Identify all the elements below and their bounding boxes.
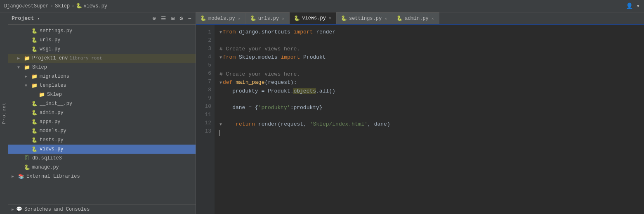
scratches-and-consoles[interactable]: ▶ 💬 Scratches and Consoles — [8, 204, 196, 214]
sidebar-item-tests-py[interactable]: 🐍 tests.py — [8, 136, 196, 145]
scratches-label: Scratches and Consoles — [24, 207, 90, 212]
title-bar: DjangoJestSuper › Sklep › 🐍views.py 👤 ▾ — [0, 0, 644, 12]
tree-label: __init__.py — [40, 101, 72, 107]
tab-models-py[interactable]: 🐍 models.py ✕ — [196, 12, 246, 24]
file-db-icon: 🗄 — [23, 155, 31, 162]
tab-admin-py[interactable]: 🐍 admin.py ✕ — [392, 12, 439, 24]
sidebar-title-arrow: ▾ — [38, 16, 40, 21]
folder-icon: 📁 — [23, 64, 31, 71]
tab-urls-py[interactable]: 🐍 urls.py ✕ — [246, 12, 290, 24]
sidebar-item-views-py[interactable]: 🐍 views.py — [8, 145, 196, 154]
sidebar-title: Project — [12, 15, 34, 21]
breadcrumb: DjangoJestSuper › Sklep › 🐍views.py — [4, 3, 107, 9]
tab-label: views.py — [302, 15, 326, 21]
sidebar-item-db-sqlite3[interactable]: 🗄 db.sqlite3 — [8, 154, 196, 163]
sidebar-toolbar: ⊕ ☰ ⊞ ⚙ − — [151, 14, 192, 23]
tree-arrow-collapse: ▼ — [25, 83, 31, 88]
tab-label: admin.py — [405, 16, 429, 21]
sidebar-item-migrations[interactable]: ▶ 📁 migrations — [8, 72, 196, 81]
sidebar-item-external-libs[interactable]: ▶ 📚 External Libraries — [8, 172, 196, 181]
sidebar-header: Project ▾ ⊕ ☰ ⊞ ⚙ − — [8, 12, 196, 25]
tab-file-icon: 🐍 — [294, 15, 300, 21]
title-bar-right: 👤 ▾ — [626, 2, 640, 10]
sidebar-close-btn[interactable]: − — [187, 14, 192, 23]
code-editor[interactable]: 1 2 3 4 5 6 7 8 9 10 11 12 13 ▼from djan… — [196, 25, 644, 214]
tree-label: tests.py — [40, 137, 64, 143]
tree-label: apps.py — [40, 119, 60, 125]
tree-label: Sklep — [32, 64, 47, 70]
tab-close-views[interactable]: ✕ — [328, 15, 332, 21]
project-edge-label: Project — [2, 102, 7, 124]
sidebar-item-sklep-sub[interactable]: 📁 Sklep — [8, 90, 196, 99]
tab-file-icon: 🐍 — [250, 15, 256, 21]
breadcrumb-sklep: Sklep — [55, 3, 70, 9]
user-menu-button[interactable]: 👤 ▾ — [626, 3, 640, 10]
sidebar-item-admin-py[interactable]: 🐍 admin.py — [8, 108, 196, 117]
code-content[interactable]: ▼from django.shortcuts import render # C… — [215, 25, 644, 214]
sidebar-item-init-py[interactable]: 🐍 __init__.py — [8, 99, 196, 108]
library-root-label: library root — [69, 56, 102, 61]
scratches-arrow: ▶ — [12, 207, 14, 212]
sidebar-item-models-py-tree[interactable]: 🐍 models.py — [8, 126, 196, 136]
tab-settings-py[interactable]: 🐍 settings.py ✕ — [337, 12, 392, 24]
file-py-icon: 🐍 — [31, 136, 38, 144]
tree-label: migrations — [40, 74, 69, 79]
folder-icon: 📁 — [31, 82, 38, 89]
file-py-icon: 🐍 — [31, 45, 38, 53]
tab-close-admin[interactable]: ✕ — [431, 16, 435, 21]
sidebar-layout-btn[interactable]: ⊞ — [170, 14, 175, 23]
tree-label: views.py — [40, 146, 64, 152]
main-area: Project Project ▾ ⊕ ☰ ⊞ ⚙ − 🐍 settings.p… — [0, 12, 644, 214]
tab-file-icon: 🐍 — [200, 15, 206, 21]
tabs-bar: 🐍 models.py ✕ 🐍 urls.py ✕ 🐍 views.py ✕ 🐍… — [196, 12, 644, 25]
sidebar-item-settings-py[interactable]: 🐍 settings.py — [8, 26, 196, 36]
tab-close-models[interactable]: ✕ — [237, 16, 241, 21]
editor-area: 🐍 models.py ✕ 🐍 urls.py ✕ 🐍 views.py ✕ 🐍… — [196, 12, 644, 214]
tab-views-py[interactable]: 🐍 views.py ✕ — [290, 12, 337, 24]
tree-label: admin.py — [40, 110, 64, 116]
sidebar-item-templates[interactable]: ▼ 📁 templates — [8, 81, 196, 90]
tree-label: models.py — [40, 128, 66, 134]
tab-close-urls[interactable]: ✕ — [281, 16, 285, 21]
file-py-icon: 🐍 — [31, 27, 38, 35]
tree-label: wsgi.py — [40, 46, 60, 52]
tree-label: manage.py — [32, 164, 59, 170]
breadcrumb-sep1: › — [50, 3, 53, 9]
tab-label: models.py — [208, 16, 235, 21]
tab-close-settings[interactable]: ✕ — [384, 16, 388, 21]
tree-arrow-expand: ▶ — [17, 56, 23, 61]
line-numbers: 1 2 3 4 5 6 7 8 9 10 11 12 13 — [196, 25, 215, 214]
file-tree: 🐍 settings.py 🐍 urls.py 🐍 wsgi.py ▶ 📁 Pr… — [8, 25, 196, 204]
library-icon: 📚 — [17, 173, 25, 180]
sidebar-collapse-btn[interactable]: ☰ — [160, 14, 167, 23]
tree-arrow-expand: ▶ — [25, 74, 31, 79]
file-py-icon: 🐍 — [31, 109, 38, 117]
file-py-icon: 🐍 — [23, 164, 31, 171]
file-py-icon: 🐍 — [31, 118, 38, 126]
folder-icon: 📁 — [23, 55, 31, 62]
tab-file-icon: 🐍 — [396, 15, 403, 21]
tree-label: templates — [40, 83, 66, 88]
sidebar-item-sklep-folder[interactable]: ▼ 📁 Sklep — [8, 63, 196, 72]
sidebar-item-projekt1-env[interactable]: ▶ 📁 Projekt1_env library root — [8, 54, 196, 63]
tree-label: Projekt1_env — [32, 55, 68, 61]
breadcrumb-file: 🐍views.py — [76, 3, 107, 9]
project-panel-edge[interactable]: Project — [0, 12, 8, 214]
sidebar-add-btn[interactable]: ⊕ — [151, 14, 156, 23]
project-name: DjangoJestSuper — [4, 3, 49, 9]
file-py-icon: 🐍 — [31, 100, 38, 107]
tree-arrow-collapse: ▼ — [17, 65, 23, 70]
file-py-icon: 🐍 — [31, 145, 38, 153]
tree-label: urls.py — [40, 37, 60, 43]
tree-label: External Libraries — [26, 174, 80, 179]
tab-label: urls.py — [258, 16, 279, 21]
sidebar-item-wsgi-py[interactable]: 🐍 wsgi.py — [8, 45, 196, 54]
folder-icon: 📁 — [31, 73, 38, 80]
file-py-icon: 🐍 — [31, 127, 38, 135]
tab-label: settings.py — [349, 16, 382, 21]
breadcrumb-sep2: › — [71, 3, 74, 9]
sidebar-item-manage-py[interactable]: 🐍 manage.py — [8, 163, 196, 172]
sidebar-item-urls-py[interactable]: 🐍 urls.py — [8, 36, 196, 45]
sidebar-settings-btn[interactable]: ⚙ — [179, 14, 184, 23]
sidebar-item-apps-py[interactable]: 🐍 apps.py — [8, 117, 196, 126]
